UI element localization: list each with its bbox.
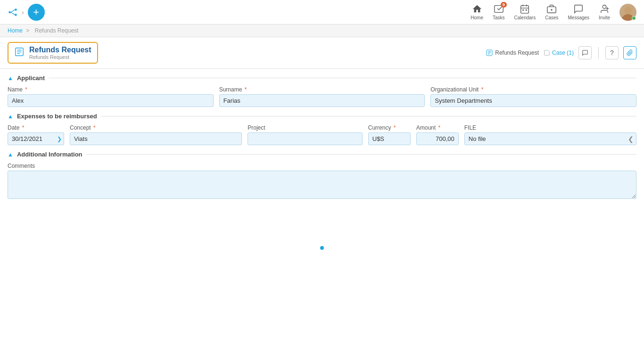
expenses-section-header: ▲ Expenses to be reimbursed (8, 113, 636, 120)
svg-rect-5 (521, 6, 529, 14)
help-button[interactable]: ? (605, 46, 619, 59)
loading-indicator (0, 246, 644, 250)
invite-label: Invite (599, 15, 610, 20)
org-required-marker: * (479, 86, 483, 93)
date-input-wrap: ❯ (8, 132, 64, 145)
comments-label: Comments (8, 163, 636, 169)
home-label: Home (471, 15, 483, 20)
breadcrumb-chevron-icon: › (22, 8, 24, 16)
applicant-section-title: Applicant (17, 74, 45, 82)
breadcrumb-current: Refunds Request (35, 27, 79, 34)
add-button[interactable]: + (28, 4, 45, 21)
header-case-link[interactable]: Case (1) (544, 49, 574, 56)
calendar-icon[interactable]: ❯ (57, 136, 62, 142)
calendars-icon (520, 4, 530, 14)
concept-label: Concept * (70, 124, 242, 131)
nav-messages[interactable]: Messages (568, 4, 590, 20)
file-label: FILE (464, 124, 636, 131)
additional-toggle[interactable]: ▲ (8, 151, 13, 158)
page-title-main: Refunds Request (29, 46, 91, 54)
surname-required-marker: * (243, 86, 247, 93)
expenses-form-row: Date * ❯ Concept * Project (8, 124, 636, 145)
surname-group: Surname * (219, 86, 425, 107)
comments-textarea[interactable] (8, 171, 636, 199)
svg-point-15 (624, 7, 632, 14)
invite-icon-wrap (599, 4, 610, 14)
project-label: Project (248, 124, 363, 131)
date-required-marker: * (20, 124, 24, 131)
file-group: FILE ❮ (464, 124, 636, 145)
file-select-icon[interactable]: ❮ (628, 135, 634, 143)
user-avatar[interactable] (619, 4, 636, 21)
page-header: Refunds Request Refunds Request Refunds … (0, 37, 644, 69)
messages-label: Messages (568, 15, 590, 20)
comments-group: Comments (8, 163, 636, 199)
svg-line-4 (11, 12, 15, 15)
name-input[interactable] (8, 94, 214, 107)
nav-calendars[interactable]: Calendars (514, 4, 536, 20)
nav-cases[interactable]: Cases (545, 4, 558, 20)
top-navigation: › + Home 9 Tasks (0, 0, 644, 25)
page-title-text: Refunds Request Refunds Request (29, 46, 91, 60)
nav-left: › + (8, 4, 45, 21)
header-refunds-request-link[interactable]: Refunds Request (486, 49, 539, 57)
nav-tasks[interactable]: 9 Tasks (493, 4, 505, 20)
breadcrumb-separator: > (26, 27, 29, 34)
page-title-sub: Refunds Request (29, 54, 91, 60)
attachment-button[interactable] (623, 46, 636, 59)
org-unit-input[interactable] (430, 94, 636, 107)
messages-icon (573, 4, 584, 14)
cases-icon (546, 4, 557, 14)
name-label: Name * (8, 86, 214, 93)
page-title-icon (14, 47, 25, 59)
svg-point-0 (8, 11, 11, 13)
date-input[interactable] (8, 132, 64, 145)
nav-home[interactable]: Home (471, 4, 483, 20)
applicant-toggle[interactable]: ▲ (8, 75, 13, 82)
date-group: Date * ❯ (8, 124, 64, 145)
currency-label: Currency * (368, 124, 411, 131)
currency-input[interactable] (368, 132, 411, 145)
currency-group: Currency * (368, 124, 411, 145)
svg-point-11 (603, 5, 606, 8)
amount-input[interactable] (416, 132, 459, 145)
additional-form-row: Comments (8, 163, 636, 199)
comment-icon (582, 49, 588, 56)
home-icon-wrap (472, 4, 482, 14)
surname-input[interactable] (219, 94, 425, 107)
applicant-form-row: Name * Surname * Organizational Unit * (8, 86, 636, 107)
project-input[interactable] (248, 132, 363, 145)
svg-rect-6 (523, 9, 524, 11)
calendars-icon-wrap (520, 4, 530, 14)
comment-button[interactable] (578, 46, 592, 59)
concept-input[interactable] (70, 132, 242, 145)
applicant-section: ▲ Applicant Name * Surname * Organizatio… (8, 74, 636, 107)
header-divider (598, 47, 599, 58)
nav-tree-button[interactable] (8, 7, 18, 17)
tasks-badge: 9 (501, 2, 507, 8)
breadcrumb: Home > Refunds Request (0, 25, 644, 37)
svg-line-3 (11, 9, 15, 12)
amount-group: Amount * (416, 124, 459, 145)
date-label: Date * (8, 124, 64, 131)
name-required-marker: * (24, 86, 27, 93)
project-group: Project (248, 124, 363, 145)
page-header-right: Refunds Request Case (1) ? (486, 46, 636, 59)
nav-right: Home 9 Tasks Calendars (471, 4, 636, 21)
messages-icon-wrap (573, 4, 584, 14)
nav-invite[interactable]: Invite (599, 4, 610, 20)
tasks-icon-wrap: 9 (494, 4, 504, 14)
applicant-section-line (49, 78, 636, 78)
calendars-label: Calendars (514, 15, 536, 20)
currency-required-marker: * (392, 124, 396, 131)
expenses-section: ▲ Expenses to be reimbursed Date * ❯ Con… (8, 113, 636, 145)
concept-required-marker: * (92, 124, 96, 131)
org-unit-group: Organizational Unit * (430, 86, 636, 107)
expenses-toggle[interactable]: ▲ (8, 113, 13, 120)
file-input[interactable] (464, 132, 636, 145)
breadcrumb-home-link[interactable]: Home (8, 27, 23, 34)
additional-section-header: ▲ Additional Information (8, 151, 636, 158)
invite-icon (599, 4, 610, 14)
help-icon: ? (610, 49, 614, 57)
tree-icon (8, 7, 18, 17)
